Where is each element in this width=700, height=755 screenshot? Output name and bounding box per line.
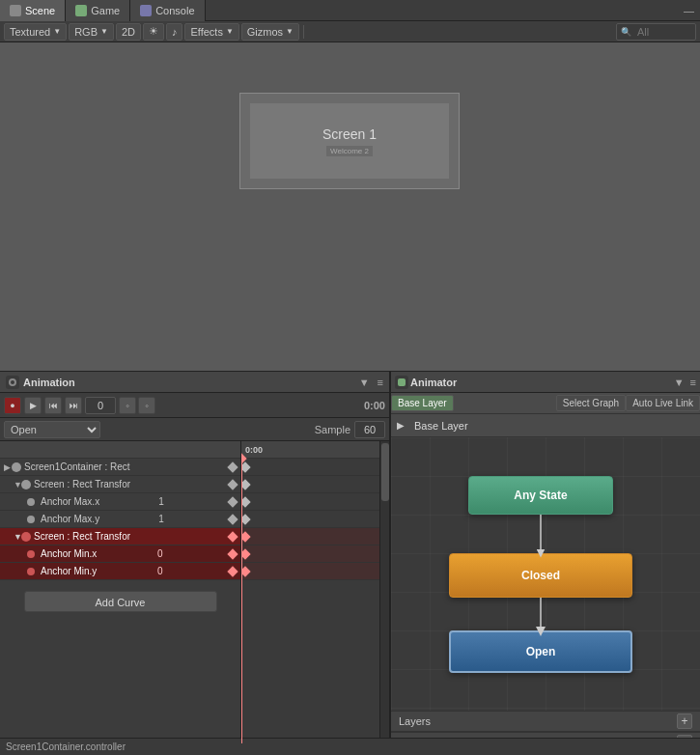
animator-graph[interactable]: Any State Closed Open [391,437,700,711]
track-anchor-min-x[interactable]: Anchor Min.x 0 [0,545,240,563]
animation-panel-menu[interactable]: ≡ [378,377,383,388]
anim-icon2[interactable]: ⬦ [138,397,155,414]
auto-live-link-button[interactable]: Auto Live Link [626,395,700,411]
track-anchor-max-x[interactable]: Anchor Max.x 1 [0,493,240,511]
expand-screen-rect-2-icon: ▼ [14,532,21,542]
animator-panel: Animator ▼ ≡ Base Layer Select Graph Aut… [391,372,700,755]
clip-select[interactable]: Open [4,421,100,438]
track-icon-anchor-min-x [27,550,35,558]
track-label-anchor-min-x: Anchor Min.x [41,548,97,559]
track-screen1container[interactable]: ▶ Screen1Container : Rect [0,459,240,476]
track-label-screen1container: Screen1Container : Rect [24,461,130,472]
record-button[interactable]: ● [4,397,21,414]
next-keyframe-button[interactable]: ⏭ [65,397,82,414]
textured-dropdown[interactable]: Textured ▼ [4,23,67,41]
gizmos-dropdown[interactable]: Gizmos ▼ [241,23,299,41]
animation-panel-header: Animation ▼ ≡ [0,372,389,393]
timeline-tracks: 0:00 [241,441,379,743]
any-state-node[interactable]: Any State [468,476,613,515]
tab-console[interactable]: Console [130,0,205,21]
track-diamond-anchor-min-x [227,548,238,559]
track-icon-anchor-max-x [27,498,35,506]
anim-time-input[interactable] [85,397,116,414]
keyframe-4 [241,514,251,524]
track-screen-rect-1[interactable]: ▼ Screen : Rect Transfor [0,476,240,493]
rgb-dropdown[interactable]: RGB ▼ [69,23,114,41]
track-diamond-screen-rect-2 [227,531,238,542]
track-icon-screen1container [12,462,21,472]
track-value-anchor-min-y: 0 [157,566,163,576]
status-text: Screen1Container.controller [6,741,126,752]
track-value-anchor-max-y: 1 [158,514,164,524]
anim-controls-row: Open Sample [0,418,389,441]
timeline-scrollbar-v[interactable] [379,441,389,743]
track-anchor-max-y[interactable]: Anchor Max.y 1 [0,511,240,528]
2d-button[interactable]: 2D [116,23,141,41]
scene-icon [10,5,21,16]
timeline-area: ▶ Screen1Container : Rect ▼ Screen : Rec… [0,441,389,743]
animator-title: Animator [410,377,457,388]
timeline-scrollbar-thumb[interactable] [381,443,389,501]
audio-button[interactable]: ♪ [166,23,183,41]
track-icon-screen-rect-1 [21,480,31,489]
prev-keyframe-button[interactable]: ⏮ [44,397,62,414]
timeline-ruler-spacer [0,441,240,459]
anim-icon1[interactable]: ⬦ [119,397,136,414]
tab-game[interactable]: Game [66,0,130,21]
layers-add-button[interactable]: + [677,713,692,729]
track-label-anchor-min-y: Anchor Min.y [41,566,97,576]
tab-scene-label: Scene [25,5,55,16]
play-button[interactable]: ▶ [24,397,42,414]
track-icon-anchor-max-y [27,516,35,523]
time-marker: 0:00 [245,445,263,455]
open-node[interactable]: Open [449,630,632,673]
add-curve-container: Add Curve [0,580,240,623]
track-anchor-min-y[interactable]: Anchor Min.y 0 [0,563,240,580]
tab-console-label: Console [155,5,194,16]
track-row-1 [241,459,379,476]
playhead-line [241,459,242,743]
layer-name: Base Layer [414,420,468,432]
gizmos-chevron-icon: ▼ [286,27,294,36]
track-icon-screen-rect-2 [21,532,31,542]
animator-panel-icon [395,376,408,389]
lighting-button[interactable]: ☀ [143,23,164,41]
toolbar-sep [303,25,304,39]
audio-icon: ♪ [172,26,178,38]
track-screen-rect-2[interactable]: ▼ Screen : Rect Transfor [0,528,240,545]
search-input[interactable] [633,24,691,40]
tab-game-label: Game [91,5,120,16]
animation-panel-collapse[interactable]: ▼ [359,377,370,388]
animator-menu[interactable]: ≡ [690,377,696,388]
keyframe-1 [241,461,251,472]
add-curve-button[interactable]: Add Curve [24,591,217,612]
track-value-anchor-min-x: 0 [157,548,163,559]
track-row-7 [241,563,379,580]
effects-dropdown[interactable]: Effects ▼ [184,23,238,41]
track-label-screen-rect-1: Screen : Rect Transfor [34,479,130,489]
layer-play-button[interactable]: ▶ [397,419,410,433]
screen-title: Screen 1 [322,126,377,142]
animator-toolbar: Animator ▼ ≡ [391,372,700,393]
track-icon-anchor-min-y [27,568,35,575]
tab-scene[interactable]: Scene [0,0,66,21]
track-diamond-screen1container [227,461,238,472]
animator-layers-bar: Layers + [391,711,700,732]
sample-input[interactable] [354,421,385,438]
animation-panel: Animation ▼ ≡ ● ▶ ⏮ ⏭ ⬦ ⬦ 0:00 [0,372,391,755]
search-icon: 🔍 [621,27,631,37]
base-layer-button[interactable]: Base Layer [391,395,454,411]
effects-chevron-icon: ▼ [226,27,234,36]
track-row-4 [241,511,379,528]
anim-icons: ⬦ ⬦ [119,397,155,414]
textured-chevron-icon: ▼ [53,27,61,36]
console-icon [140,5,152,16]
track-row-2 [241,476,379,493]
game-icon [75,5,87,16]
status-bar: Screen1Container.controller [0,738,700,755]
closed-node[interactable]: Closed [449,553,632,598]
layers-label: Layers [399,715,431,727]
animator-collapse[interactable]: ▼ [674,377,685,388]
select-graph-button[interactable]: Select Graph [556,395,626,411]
scene-toolbar: Textured ▼ RGB ▼ 2D ☀ ♪ Effects ▼ Gizmos… [0,21,700,42]
